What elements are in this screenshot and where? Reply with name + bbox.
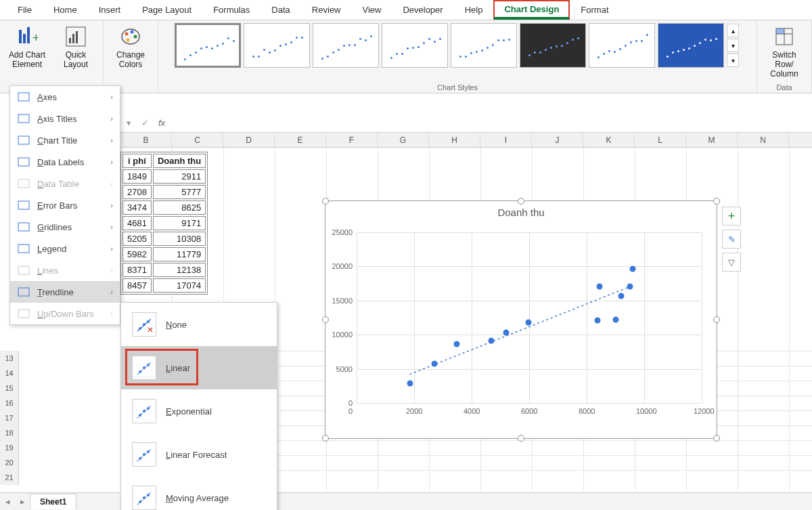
menu-item-label: Axes — [37, 92, 57, 94]
svg-point-10 — [131, 30, 134, 34]
menu-item-axes[interactable]: Axes› — [10, 86, 120, 93]
add-chart-element-button[interactable]: + Add Chart Element — [5, 23, 49, 72]
gallery-scroll-up[interactable]: ▴ — [727, 24, 739, 37]
quick-layout-icon — [65, 26, 87, 47]
switch-row-column-label: Switch Row/ Column — [765, 50, 803, 79]
add-chart-element-label: Add Chart Element — [9, 50, 45, 69]
quick-layout-label: Quick Layout — [64, 50, 88, 69]
tab-review[interactable]: Review — [301, 1, 352, 19]
tab-chart-design[interactable]: Chart Design — [493, 0, 570, 20]
quick-layout-button[interactable]: Quick Layout — [54, 23, 97, 72]
gallery-scroll-down[interactable]: ▾ — [727, 39, 739, 52]
tab-page-layout[interactable]: Page Layout — [131, 1, 202, 19]
chart-style-3[interactable] — [313, 23, 379, 68]
chart-style-2[interactable] — [244, 23, 310, 68]
svg-point-9 — [125, 33, 129, 36]
chart-style-6[interactable] — [520, 23, 586, 68]
chart-style-4[interactable] — [382, 23, 448, 68]
tab-file[interactable]: File — [7, 1, 43, 19]
gallery-more[interactable]: ▾ — [727, 54, 739, 67]
chart-style-8[interactable] — [658, 23, 724, 68]
add-chart-element-icon: + — [16, 26, 38, 47]
menu-item-icon — [17, 91, 30, 93]
chevron-right-icon: › — [110, 93, 113, 93]
switch-row-column-button[interactable]: Switch Row/ Column — [763, 23, 806, 81]
tab-format[interactable]: Format — [570, 1, 619, 19]
ribbon-body: + Add Chart Element Quick Layout Change … — [0, 20, 812, 93]
chart-style-1[interactable] — [175, 23, 241, 68]
svg-rect-16 — [776, 28, 784, 34]
switch-row-column-icon — [773, 26, 795, 47]
tab-insert[interactable]: Insert — [88, 1, 132, 19]
chart-styles-label: Chart Styles — [437, 83, 478, 91]
tab-home[interactable]: Home — [43, 1, 88, 19]
group-change-colors: Change Colors — [104, 20, 158, 93]
chart-style-7[interactable] — [589, 23, 655, 68]
svg-rect-1 — [23, 34, 26, 43]
tab-view[interactable]: View — [351, 1, 392, 19]
svg-rect-7 — [76, 31, 78, 43]
tab-help[interactable]: Help — [454, 1, 494, 19]
data-group-label: Data — [776, 83, 792, 91]
svg-point-12 — [127, 39, 130, 42]
svg-rect-0 — [19, 30, 22, 43]
add-chart-element-menu: Axes›Axis Titles›Chart Title›Data Labels… — [9, 85, 120, 93]
group-data: Switch Row/ Column Data — [757, 20, 812, 93]
svg-rect-5 — [69, 38, 71, 43]
group-chart-styles: ▴ ▾ ▾ Chart Styles — [158, 20, 757, 93]
group-chart-layouts: + Add Chart Element Quick Layout — [0, 20, 104, 93]
svg-rect-17 — [18, 93, 29, 93]
svg-text:+: + — [32, 31, 38, 45]
change-colors-label: Change Colors — [116, 50, 145, 69]
svg-point-11 — [134, 35, 137, 39]
chart-style-5[interactable] — [451, 23, 517, 68]
tab-formulas[interactable]: Formulas — [202, 1, 261, 19]
svg-rect-6 — [72, 34, 74, 43]
tab-developer[interactable]: Developer — [392, 1, 453, 19]
tab-data[interactable]: Data — [261, 1, 300, 19]
palette-icon — [120, 26, 141, 47]
change-colors-button[interactable]: Change Colors — [109, 23, 152, 72]
svg-rect-2 — [27, 27, 30, 43]
ribbon-tabs: File Home Insert Page Layout Formulas Da… — [0, 0, 812, 20]
